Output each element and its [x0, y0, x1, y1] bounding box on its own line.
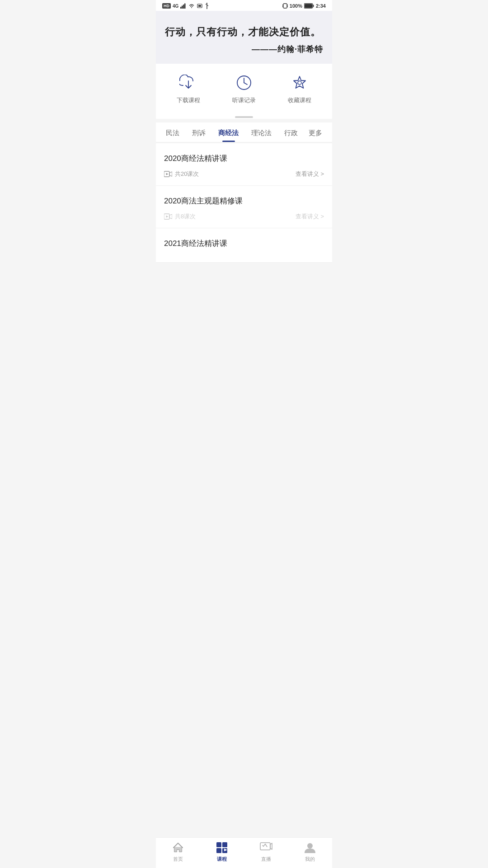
svg-rect-30 [216, 848, 221, 853]
clock-icon [234, 73, 254, 93]
signal-icon [180, 3, 187, 9]
profile-icon [304, 841, 316, 854]
svg-point-4 [191, 7, 192, 8]
tab-xingsu[interactable]: 刑诉 [186, 123, 212, 142]
chip-icon [197, 3, 203, 9]
battery-icon [304, 3, 314, 9]
tab-more[interactable]: 更多 [304, 123, 327, 142]
svg-point-21 [298, 81, 301, 85]
nav-profile-label: 我的 [305, 856, 315, 863]
favorites-label: 收藏课程 [288, 96, 311, 104]
status-bar: HD 4G [156, 0, 332, 11]
course-count-1: 共20课次 [164, 170, 199, 178]
svg-rect-0 [180, 7, 182, 9]
status-left: HD 4G [162, 3, 209, 9]
status-right: 100% 2:34 [282, 3, 326, 9]
course-item-3: 2021商经法精讲课 [156, 228, 332, 263]
usb-icon [205, 3, 209, 9]
nav-courses[interactable]: 课程 [208, 841, 235, 863]
hd-badge: HD [162, 3, 171, 9]
course-list: 2020商经法精讲课 共20课次 查看讲义 > 2020商法主观题精修课 [156, 143, 332, 263]
video-icon-1 [164, 171, 172, 177]
hero-quote: 行动，只有行动，才能决定价值。 [165, 24, 323, 39]
nav-profile[interactable]: 我的 [296, 841, 324, 863]
course-item-2: 2020商法主观题精修课 共8课次 查看讲义 > [156, 186, 332, 228]
quick-action-favorites[interactable]: 收藏课程 [288, 73, 311, 104]
svg-rect-10 [283, 4, 287, 8]
wifi-icon [188, 4, 195, 9]
svg-marker-23 [169, 172, 172, 176]
tab-minfa[interactable]: 民法 [160, 123, 186, 142]
svg-rect-3 [184, 4, 186, 9]
course-item-1: 2020商经法精讲课 共20课次 查看讲义 > [156, 143, 332, 186]
svg-rect-13 [287, 5, 288, 6]
video-icon-2 [164, 213, 172, 220]
svg-rect-29 [222, 842, 227, 847]
view-notes-1[interactable]: 查看讲义 > [296, 170, 324, 178]
svg-rect-6 [198, 5, 201, 7]
scroll-handle-bar [235, 116, 253, 118]
nav-courses-label: 课程 [217, 856, 227, 863]
course-title-3: 2021商经法精讲课 [164, 238, 324, 249]
svg-marker-26 [169, 214, 172, 219]
signal-4g: 4G [173, 4, 178, 9]
svg-rect-14 [287, 6, 288, 8]
svg-rect-28 [216, 842, 221, 847]
quick-action-download[interactable]: 下载课程 [177, 73, 200, 104]
svg-point-38 [307, 843, 313, 849]
quick-actions: 下载课程 听课记录 收藏课程 [156, 64, 332, 113]
tab-lilunfa[interactable]: 理论法 [245, 123, 278, 142]
svg-rect-2 [183, 5, 184, 9]
svg-rect-11 [282, 5, 283, 6]
svg-line-20 [244, 83, 247, 85]
hero-banner: 行动，只有行动，才能决定价值。 ———约翰·菲希特 [156, 11, 332, 64]
nav-live-label: 直播 [261, 856, 271, 863]
star-icon [290, 73, 310, 93]
battery-text: 100% [290, 3, 302, 9]
svg-line-36 [263, 844, 265, 846]
svg-line-37 [265, 844, 267, 847]
vibrate-icon [282, 3, 288, 9]
quick-action-history[interactable]: 听课记录 [232, 73, 256, 104]
svg-rect-12 [282, 6, 283, 8]
svg-rect-1 [182, 6, 183, 9]
home-icon [172, 841, 184, 854]
svg-marker-27 [166, 216, 169, 218]
view-notes-2[interactable]: 查看讲义 > [296, 212, 324, 221]
nav-home-label: 首页 [173, 856, 183, 863]
hero-author: ———约翰·菲希特 [165, 44, 323, 55]
course-title-1: 2020商经法精讲课 [164, 153, 324, 164]
download-label: 下载课程 [177, 96, 200, 104]
svg-marker-34 [270, 843, 272, 849]
tab-xingzheng[interactable]: 行政 [278, 123, 304, 142]
bottom-nav: 首页 课程 [156, 837, 332, 868]
cloud-download-icon [178, 73, 198, 93]
course-meta-1: 共20课次 查看讲义 > [164, 170, 324, 178]
course-count-2: 共8课次 [164, 212, 196, 221]
scroll-handle [156, 113, 332, 119]
tab-shangjingfa[interactable]: 商经法 [212, 123, 245, 142]
history-label: 听课记录 [232, 96, 256, 104]
live-icon [260, 841, 272, 854]
course-title-2: 2020商法主观题精修课 [164, 196, 324, 206]
time-text: 2:34 [316, 3, 326, 9]
nav-home[interactable]: 首页 [164, 841, 192, 863]
svg-marker-24 [166, 173, 169, 175]
nav-live[interactable]: 直播 [253, 841, 280, 863]
phone-wrapper: HD 4G [156, 0, 332, 868]
tab-bar: 民法 刑诉 商经法 理论法 行政 更多 [156, 123, 332, 142]
course-meta-2: 共8课次 查看讲义 > [164, 212, 324, 221]
svg-rect-16 [305, 4, 312, 8]
svg-rect-17 [313, 5, 314, 7]
courses-icon [216, 841, 228, 854]
